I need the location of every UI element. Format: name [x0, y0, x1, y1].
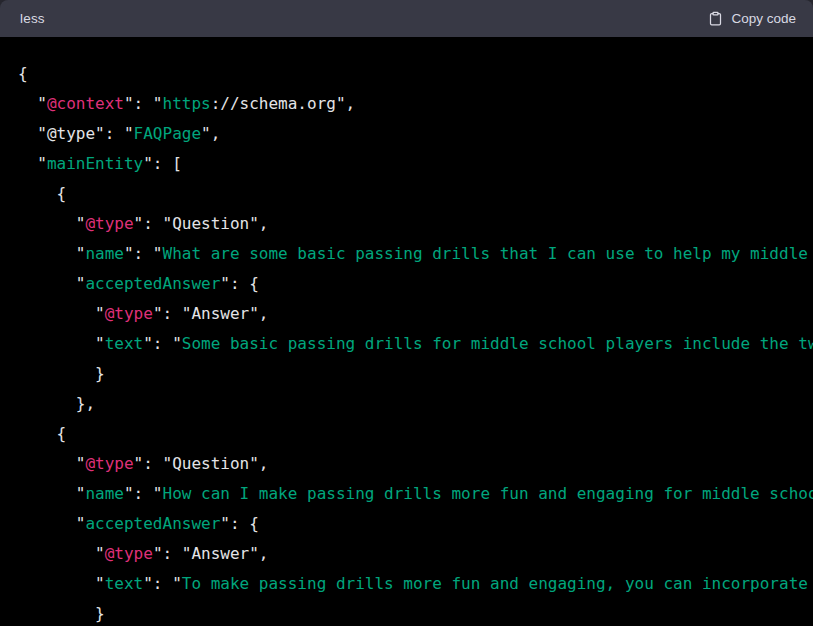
code-line: "name": "How can I make passing drills m…: [18, 479, 813, 509]
code-line: "@context": "https://schema.org",: [18, 89, 813, 119]
code-block: less Copy code { "@context": "https://sc…: [0, 0, 813, 626]
code-line: }: [18, 599, 813, 626]
code-line: },: [18, 389, 813, 419]
code-line: "text": "Some basic passing drills for m…: [18, 329, 813, 359]
code-line: "name": "What are some basic passing dri…: [18, 239, 813, 269]
code-area: { "@context": "https://schema.org", "@ty…: [0, 37, 813, 626]
code-line: "@type": "FAQPage",: [18, 119, 813, 149]
clipboard-icon: [708, 10, 723, 27]
code-line: {: [18, 179, 813, 209]
code-line: "@type": "Answer",: [18, 299, 813, 329]
code-line: "@type": "Question",: [18, 209, 813, 239]
code-content: { "@context": "https://schema.org", "@ty…: [0, 37, 813, 626]
code-line: "acceptedAnswer": {: [18, 269, 813, 299]
code-line: {: [18, 419, 813, 449]
code-line: "@type": "Answer",: [18, 539, 813, 569]
code-line: "@type": "Question",: [18, 449, 813, 479]
code-line: {: [18, 59, 813, 89]
language-label: less: [20, 11, 45, 26]
code-line: "text": "To make passing drills more fun…: [18, 569, 813, 599]
code-block-header: less Copy code: [0, 0, 813, 37]
code-line: }: [18, 359, 813, 389]
code-line: "mainEntity": [: [18, 149, 813, 179]
copy-code-button[interactable]: Copy code: [708, 10, 796, 27]
code-line: "acceptedAnswer": {: [18, 509, 813, 539]
copy-code-label: Copy code: [731, 11, 796, 26]
